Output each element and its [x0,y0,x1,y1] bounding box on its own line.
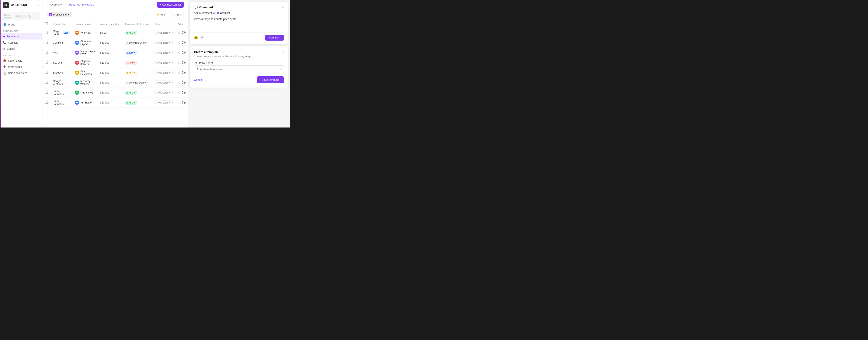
chat-action-icon[interactable]: 💬 [182,71,185,74]
row-checkbox[interactable] [45,81,48,84]
amount-cell-6: $50,000 [98,88,123,98]
stage-selector[interactable]: 1 Prospecting ▾ [47,12,71,17]
email-action-icon[interactable]: ✉ [178,41,180,45]
row-checkbox[interactable] [45,41,48,44]
emoji-icon[interactable]: 🙂 [194,36,198,40]
actions-cell-0: ✉ 💬 [175,28,188,38]
email-action-icon[interactable]: ✉ [178,51,180,54]
comment-footer: 🙂 @ Comment [194,32,284,40]
instrument-badge[interactable]: SAFE ▾ [125,101,137,105]
row-checkbox[interactable] [45,51,48,54]
email-action-icon[interactable]: ✉ [178,31,180,34]
instrument-chevron-icon: ▾ [133,61,135,64]
mention-icon[interactable]: @ [200,36,204,40]
instrument-chevron-icon: ▾ [134,102,135,104]
move-stage-button[interactable]: Move stage ▾ [155,90,173,95]
move-stage-button[interactable]: Move stage ▾ [155,61,173,65]
chat-action-icon[interactable]: 💬 [182,81,185,84]
sidebar-item-invite-people[interactable]: ➕ Invite people [0,64,42,70]
email-action-icon[interactable]: ✉ [178,61,180,64]
tab-overview[interactable]: Overview [47,0,65,9]
move-stage-button[interactable]: Move stage ▾ [155,40,173,45]
stage-btn-chevron-icon: ▾ [169,41,170,44]
instrument-badge[interactable]: Equity ▾ [125,51,137,55]
instrument-badge[interactable]: Grant ▾ [125,61,137,65]
stage-cell-6: Move stage ▾ [152,88,175,98]
instrument-badge[interactable]: SAFT ▾ [125,71,137,75]
stage-btn-chevron-icon: ▾ [169,91,170,94]
amount-cell-1: $50,000 [98,38,123,48]
instrument-badge[interactable]: SAFE ▾ [125,31,137,35]
sidebar-item-fundraiser[interactable]: ◆ Fundraiser [0,33,42,39]
move-stage-button[interactable]: Move stage ▾ [155,51,173,55]
comment-textarea[interactable]: Investor says to update pitch deck. [194,17,284,30]
stage-number: 1 [49,13,52,16]
quick-actions-search[interactable]: Quick actions ⌘K 🔍 [2,12,40,20]
stage-cell-3: Move stage ▾ [152,58,175,68]
instrument-badge[interactable]: Convertibe Debt ▾ [125,81,148,85]
org-cell-5: Google Ventures [50,78,72,88]
profile-icon: 👤 [3,23,6,26]
comment-submit-button[interactable]: Comment [265,35,284,40]
col-primary-contact[interactable]: Primary Contact ↑ [72,20,98,28]
sidebar-accent-bar [0,0,1,128]
contact-cell-0: WR Wm Rath [72,28,98,38]
email-action-icon[interactable]: ✉ [178,91,180,94]
template-panel-close[interactable]: ✕ [281,50,284,54]
row-checkbox[interactable] [45,101,48,104]
sidebar-import-label: Import deals [8,59,22,62]
instrument-chevron-icon: ▾ [134,91,135,94]
filter-button[interactable]: ⚡ Filter [154,12,169,18]
cancel-button[interactable]: Cancel [194,78,203,81]
sort-button[interactable]: ↕ Sort [171,12,184,18]
filter-icon: ⚡ [156,13,160,16]
instrument-cell-0: SAFE ▾ [123,28,152,38]
fundraiser-section-label: FUNDRAISER [0,28,42,33]
email-action-icon[interactable]: ✉ [178,101,180,104]
comment-panel-close[interactable]: ✕ [281,5,284,9]
row-checkbox[interactable] [45,31,48,34]
actions-cell-5: ✉ 💬 [175,78,188,88]
stage-btn-chevron-icon: ▾ [169,81,170,84]
instrument-cell-2: Equity ▾ [123,48,152,58]
company-name: MAGIC FUND [10,4,36,7]
move-stage-button[interactable]: Move stage ▾ [155,101,173,105]
add-new-contact-button[interactable]: + Add new contact [157,2,184,8]
sidebar-item-import-deals[interactable]: 📥 Import deals [0,58,42,64]
select-all-checkbox[interactable] [45,22,48,25]
sidebar-item-help[interactable]: 📋 Help & first steps [0,70,42,76]
save-template-button[interactable]: Save template [257,76,284,83]
instrument-chevron-icon: ▾ [145,81,146,84]
instrument-badge[interactable]: Convertible Debt ▾ [125,41,148,45]
row-checkbox[interactable] [45,71,48,74]
tab-fundraising-rounds[interactable]: Fundraising Rounds [66,0,97,9]
sidebar: MF MAGIC FUND ▾ Quick actions ⌘K 🔍 👤 Pro… [0,0,42,128]
org-cell-3: TLComm [50,58,72,68]
move-stage-button[interactable]: Move stage ▾ [155,31,173,35]
stage-cell-4: Move stage ▾ [152,68,175,78]
sidebar-help-label: Help & first steps [8,72,27,75]
comment-entity: Covalent [217,11,230,15]
sidebar-item-profile[interactable]: 👤 Profile [0,22,42,28]
actions-cell-2: ✉ 💬 [175,48,188,58]
chat-action-icon[interactable]: 💬 [182,91,185,94]
sidebar-header[interactable]: MF MAGIC FUND ▾ [0,0,42,10]
sidebar-item-contacts[interactable]: 📞 Contacts [0,39,42,46]
chat-action-icon[interactable]: 💬 [182,51,185,54]
company-chevron-icon[interactable]: ▾ [38,4,39,6]
row-checkbox[interactable] [45,91,48,94]
template-name-input[interactable] [197,68,278,71]
row-checkbox[interactable] [45,61,48,64]
chat-action-icon[interactable]: 💬 [182,41,185,45]
chat-action-icon[interactable]: 💬 [182,61,185,64]
lead-badge: Lead [62,31,70,34]
chat-action-icon[interactable]: 💬 [182,31,185,34]
email-action-icon[interactable]: ✉ [178,71,180,74]
template-name-input-wrapper[interactable]: ▾ [194,65,284,73]
move-stage-button[interactable]: Move stage ▾ [155,81,173,85]
instrument-badge[interactable]: SAFE ▾ [125,91,137,95]
sidebar-item-emails[interactable]: ✉ Emails [0,46,42,52]
email-action-icon[interactable]: ✉ [178,81,180,84]
move-stage-button[interactable]: Move stage ▾ [155,70,173,75]
chat-action-icon[interactable]: 💬 [182,101,185,104]
